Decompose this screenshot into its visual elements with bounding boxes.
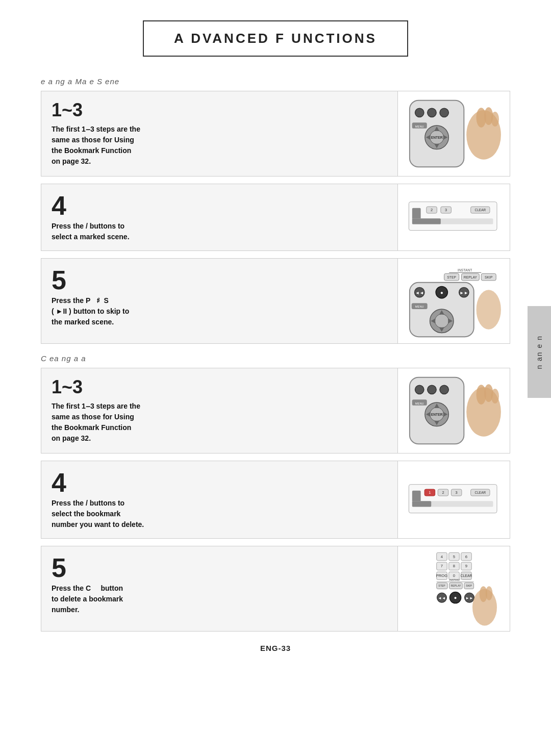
svg-point-2 bbox=[427, 108, 436, 117]
step-text-5-bottom: Press the C buttonto delete a bookmarknu… bbox=[52, 583, 387, 615]
step-left-5-top: 5 Press the P ♯ S( ►II ) button to skip … bbox=[41, 259, 397, 343]
step-illustration-1-3-bottom: MENU ENTER bbox=[397, 368, 510, 453]
svg-text:MENU: MENU bbox=[415, 402, 423, 405]
section1-heading: e a ng a Ma e S ene bbox=[41, 77, 510, 86]
svg-text:ENTER: ENTER bbox=[431, 413, 442, 416]
step-text-4-top: Press the / buttons toselect a marked sc… bbox=[52, 221, 387, 242]
svg-text:ENTER: ENTER bbox=[431, 136, 442, 139]
svg-text:REPLAY: REPLAY bbox=[463, 275, 477, 279]
svg-rect-18 bbox=[412, 208, 420, 219]
step-left-5-bottom: 5 Press the C buttonto delete a bookmark… bbox=[41, 546, 397, 631]
svg-text:STEP: STEP bbox=[438, 584, 445, 587]
step-card-4-top: 4 Press the / buttons toselect a marked … bbox=[41, 184, 510, 251]
svg-text:1: 1 bbox=[429, 490, 431, 495]
step-number-5-top: 5 bbox=[52, 267, 387, 293]
svg-text:CLEAR: CLEAR bbox=[474, 208, 486, 212]
step-card-1-3-top: 1~3 The first 1‒3 steps are thesame as t… bbox=[41, 91, 510, 177]
section2-heading: C ea ng a a bbox=[41, 354, 510, 363]
step-text-4-bottom: Press the / buttons toselect the bookmar… bbox=[52, 498, 387, 530]
step-text-1-3-top: The first 1‒3 steps are thesame as those… bbox=[52, 124, 387, 167]
svg-text:2: 2 bbox=[431, 208, 433, 212]
svg-text:●: ● bbox=[440, 290, 443, 295]
svg-text:CLEAR: CLEAR bbox=[474, 491, 486, 494]
svg-rect-79 bbox=[412, 501, 431, 507]
svg-text:◄◄: ◄◄ bbox=[415, 290, 423, 295]
svg-text:REPLAY: REPLAY bbox=[450, 584, 461, 587]
svg-point-54 bbox=[439, 385, 448, 394]
svg-text:4: 4 bbox=[440, 555, 443, 559]
step-left-1-3-top: 1~3 The first 1‒3 steps are thesame as t… bbox=[41, 91, 397, 176]
title-box: A DVANCED F UNCTIONS bbox=[143, 20, 408, 57]
svg-text:INSTANT: INSTANT bbox=[458, 268, 472, 272]
remote-svg-5-bottom: 4 5 6 7 8 9 PROG 0 CLEAR INSTANT bbox=[403, 550, 505, 627]
svg-rect-26 bbox=[412, 218, 440, 224]
remote-svg-1: MENU ENTER bbox=[403, 95, 505, 172]
sidebar-tab-text: n an e n bbox=[535, 335, 544, 369]
step-card-4-bottom: 4 Press the / buttons toselect the bookm… bbox=[41, 461, 510, 539]
step-card-5-top: 5 Press the P ♯ S( ►II ) button to skip … bbox=[41, 258, 510, 344]
svg-point-53 bbox=[427, 385, 436, 394]
remote-svg-1b: MENU ENTER bbox=[403, 372, 505, 449]
svg-point-67 bbox=[491, 389, 498, 404]
svg-text:9: 9 bbox=[465, 564, 467, 568]
step-number-1-3-bottom: 1~3 bbox=[52, 376, 387, 398]
svg-text:●: ● bbox=[454, 595, 457, 600]
step-illustration-5-bottom: 4 5 6 7 8 9 PROG 0 CLEAR INSTANT bbox=[397, 546, 510, 631]
svg-text:2: 2 bbox=[442, 490, 444, 495]
page-number: ENG-33 bbox=[41, 644, 510, 652]
svg-rect-68 bbox=[409, 484, 497, 513]
svg-rect-17 bbox=[409, 202, 497, 231]
svg-point-16 bbox=[491, 112, 498, 127]
svg-point-45 bbox=[435, 314, 448, 328]
svg-text:►►: ►► bbox=[465, 596, 473, 600]
svg-point-1 bbox=[415, 108, 423, 117]
step-illustration-4-bottom: 1 2 3 CLEAR bbox=[397, 461, 510, 538]
step-illustration-5-top: INSTANT STEP REPLAY SKIP ◄◄ ● ►► bbox=[397, 259, 510, 343]
svg-point-50 bbox=[476, 290, 500, 329]
step-number-1-3-top: 1~3 bbox=[52, 99, 387, 121]
remote-svg-4-bottom: 1 2 3 CLEAR bbox=[406, 482, 503, 518]
page-container: A DVANCED F UNCTIONS e a ng a Ma e S ene… bbox=[0, 0, 551, 756]
remote-svg-5-top: INSTANT STEP REPLAY SKIP ◄◄ ● ►► bbox=[403, 263, 505, 339]
svg-rect-69 bbox=[412, 490, 420, 501]
remote-svg-4-top: 2 3 CLEAR bbox=[406, 199, 503, 235]
svg-text:3: 3 bbox=[445, 208, 447, 212]
svg-text:7: 7 bbox=[440, 564, 442, 568]
step-illustration-1-3-top: MENU ENTER bbox=[397, 91, 510, 176]
step-number-4-top: 4 bbox=[52, 192, 387, 219]
step-number-4-bottom: 4 bbox=[52, 469, 387, 496]
svg-text:3: 3 bbox=[455, 490, 457, 495]
step-text-5-top: Press the P ♯ S( ►II ) button to skip to… bbox=[52, 295, 387, 327]
step-left-4-top: 4 Press the / buttons toselect a marked … bbox=[41, 184, 397, 250]
svg-text:MENU: MENU bbox=[415, 305, 423, 308]
svg-text:6: 6 bbox=[465, 555, 467, 559]
sidebar-tab: n an e n bbox=[528, 306, 551, 398]
svg-text:SKIP: SKIP bbox=[466, 584, 472, 587]
svg-text:MENU: MENU bbox=[415, 125, 423, 128]
svg-point-114 bbox=[485, 586, 492, 600]
svg-text:◄◄: ◄◄ bbox=[438, 596, 445, 600]
svg-text:0: 0 bbox=[453, 573, 455, 578]
step-left-1-3-bottom: 1~3 The first 1‒3 steps are thesame as t… bbox=[41, 368, 397, 453]
svg-text:PROG: PROG bbox=[436, 573, 447, 578]
step-card-5-bottom: 5 Press the C buttonto delete a bookmark… bbox=[41, 546, 510, 632]
step-left-4-bottom: 4 Press the / buttons toselect the bookm… bbox=[41, 461, 397, 538]
step-illustration-4-top: 2 3 CLEAR bbox=[397, 184, 510, 250]
svg-text:8: 8 bbox=[453, 564, 455, 568]
svg-text:►►: ►► bbox=[459, 290, 468, 295]
step-number-5-bottom: 5 bbox=[52, 555, 387, 581]
step-text-1-3-bottom: The first 1‒3 steps are thesame as those… bbox=[52, 401, 387, 444]
svg-text:INSTANT: INSTANT bbox=[449, 578, 460, 582]
svg-point-3 bbox=[439, 108, 448, 117]
svg-text:STEP: STEP bbox=[447, 275, 456, 279]
svg-text:CLEAR: CLEAR bbox=[460, 574, 472, 577]
svg-text:5: 5 bbox=[453, 555, 455, 559]
page-title: A DVANCED F UNCTIONS bbox=[159, 31, 392, 46]
step-card-1-3-bottom: 1~3 The first 1‒3 steps are thesame as t… bbox=[41, 368, 510, 453]
svg-text:SKIP: SKIP bbox=[485, 275, 493, 279]
svg-point-52 bbox=[415, 385, 423, 394]
